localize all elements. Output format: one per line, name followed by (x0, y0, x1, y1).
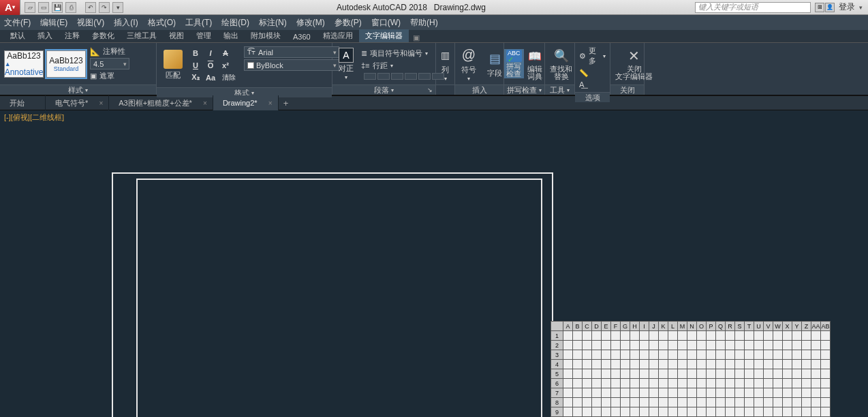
cell[interactable] (792, 388, 802, 398)
cell[interactable] (640, 369, 649, 379)
cell[interactable] (811, 407, 821, 417)
cell[interactable] (726, 379, 735, 388)
cell[interactable] (754, 398, 764, 407)
cell[interactable] (583, 331, 592, 341)
cell[interactable] (649, 350, 659, 360)
find-replace-button[interactable]: 🔍 查找和 替换 (546, 47, 576, 80)
cell[interactable] (659, 360, 668, 369)
viewport-label[interactable]: [-][俯视][二维线框] (4, 112, 64, 123)
cell[interactable] (621, 369, 630, 379)
dictionary-button[interactable]: 📖 编辑 词典 (524, 46, 546, 81)
menu-item[interactable]: 插入(I) (114, 17, 138, 29)
cell[interactable] (668, 331, 678, 341)
cell[interactable] (726, 360, 735, 369)
row-header[interactable]: 2 (551, 341, 563, 350)
mask-button[interactable]: ▣遮罩 (90, 71, 129, 81)
cell[interactable] (649, 341, 659, 350)
cell[interactable] (611, 350, 621, 360)
cell[interactable] (697, 388, 707, 398)
cell[interactable] (792, 398, 802, 407)
cell[interactable] (573, 369, 583, 379)
cell[interactable] (783, 407, 792, 417)
cell[interactable] (707, 331, 716, 341)
col-header[interactable]: M (678, 322, 687, 331)
menu-item[interactable]: 标注(N) (259, 17, 287, 29)
cell[interactable] (592, 407, 602, 417)
cell[interactable] (792, 369, 802, 379)
cell[interactable] (668, 407, 678, 417)
file-tab[interactable]: 电气符号*× (46, 95, 109, 110)
cell[interactable] (802, 407, 811, 417)
cell[interactable] (802, 388, 811, 398)
col-header[interactable]: U (754, 322, 764, 331)
cell[interactable] (773, 398, 783, 407)
cell[interactable] (716, 369, 726, 379)
cell[interactable] (611, 369, 621, 379)
cell[interactable] (668, 398, 678, 407)
cell[interactable] (716, 398, 726, 407)
file-tab[interactable]: Drawing2*× (213, 95, 279, 110)
cell[interactable] (678, 369, 687, 379)
cell[interactable] (640, 398, 649, 407)
cell[interactable] (621, 341, 630, 350)
menu-item[interactable]: 视图(V) (77, 17, 104, 29)
cell[interactable] (649, 407, 659, 417)
cell[interactable] (716, 331, 726, 341)
cell[interactable] (754, 350, 764, 360)
cell[interactable] (659, 341, 668, 350)
drawing-canvas[interactable]: [-][俯视][二维线框] ABCDEFGHIJKLMNOPQRSTUVWXYZ… (0, 110, 868, 417)
cell[interactable] (735, 350, 745, 360)
cell[interactable] (783, 369, 792, 379)
ribbon-tab[interactable]: 注释 (59, 29, 86, 42)
cell[interactable] (573, 388, 583, 398)
ribbon-tab[interactable]: A360 (287, 31, 317, 42)
ribbon-tab[interactable]: 输出 (217, 29, 245, 42)
cell[interactable] (573, 331, 583, 341)
cell[interactable] (630, 350, 640, 360)
cell[interactable] (745, 350, 754, 360)
cell[interactable] (802, 379, 811, 388)
cell[interactable] (745, 360, 754, 369)
col-header[interactable]: H (630, 322, 640, 331)
cell[interactable] (611, 379, 621, 388)
cell[interactable] (821, 407, 831, 417)
cell[interactable] (583, 407, 592, 417)
cell[interactable] (649, 331, 659, 341)
cell[interactable] (659, 388, 668, 398)
cell[interactable] (602, 350, 611, 360)
col-header[interactable]: Q (716, 322, 726, 331)
cell[interactable] (602, 369, 611, 379)
cell[interactable] (707, 388, 716, 398)
col-header[interactable]: R (726, 322, 735, 331)
row-header[interactable]: 4 (551, 360, 563, 369)
cell[interactable] (592, 379, 602, 388)
cell[interactable] (611, 398, 621, 407)
cell[interactable] (678, 407, 687, 417)
cell[interactable] (811, 350, 821, 360)
cell[interactable] (678, 350, 687, 360)
cell[interactable] (563, 398, 573, 407)
cell[interactable] (630, 398, 640, 407)
col-header[interactable]: T (745, 322, 754, 331)
row-header[interactable]: 1 (551, 331, 563, 341)
cell[interactable] (811, 360, 821, 369)
cell[interactable] (821, 388, 831, 398)
panel-title-spell[interactable]: 拼写检查▾ (504, 84, 544, 95)
panel-title-style[interactable]: 样式▾ (0, 84, 156, 95)
cell[interactable] (735, 369, 745, 379)
signin-icon[interactable]: 👤 (825, 3, 835, 12)
col-header[interactable]: Z (802, 322, 811, 331)
annotative-icon[interactable]: 📐 (90, 47, 100, 57)
cell[interactable] (707, 398, 716, 407)
cell[interactable] (668, 350, 678, 360)
cell[interactable] (821, 341, 831, 350)
close-editor-button[interactable]: ✕ 关闭 文字编辑器 (612, 47, 656, 80)
cell[interactable] (678, 379, 687, 388)
col-header[interactable]: L (668, 322, 678, 331)
subscript-button[interactable]: X₂ (188, 72, 203, 83)
cell[interactable] (726, 369, 735, 379)
cell[interactable] (745, 398, 754, 407)
style-annotative[interactable]: AaBb123▲ Annotative (4, 50, 44, 78)
cell[interactable] (621, 407, 630, 417)
cell[interactable] (630, 369, 640, 379)
